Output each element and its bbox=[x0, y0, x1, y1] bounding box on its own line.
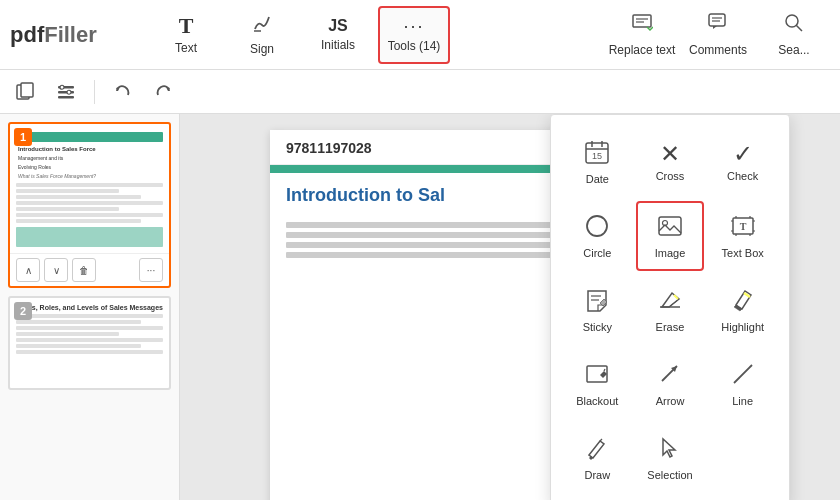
thumb-title-1: Introduction to Sales Force bbox=[16, 146, 163, 152]
selection-icon bbox=[657, 435, 683, 465]
tool-sign-label: Sign bbox=[250, 42, 274, 56]
tool-replace-text[interactable]: Replace text bbox=[606, 6, 678, 64]
logo-prefix: pdf bbox=[10, 22, 44, 47]
toolbar2-separator bbox=[94, 80, 95, 104]
menu-item-sticky-label: Sticky bbox=[583, 321, 612, 333]
svg-rect-4 bbox=[709, 14, 725, 26]
page-number-1: 1 bbox=[14, 128, 32, 146]
arrow-icon bbox=[657, 361, 683, 391]
menu-item-line[interactable]: Line bbox=[708, 349, 777, 419]
menu-item-image[interactable]: Image bbox=[636, 201, 705, 271]
page-thumb-2[interactable]: 2 Types, Roles, and Levels of Sales Mess… bbox=[8, 296, 171, 390]
thumb-down-button[interactable]: ∨ bbox=[44, 258, 68, 282]
thumb-question: What is Sales Force Management? bbox=[16, 173, 163, 179]
thumb-line-7 bbox=[16, 219, 141, 223]
menu-item-check[interactable]: ✓ Check bbox=[708, 127, 777, 197]
tool-sign[interactable]: Sign bbox=[226, 6, 298, 64]
menu-item-circle-label: Circle bbox=[583, 247, 611, 259]
undo-button[interactable] bbox=[107, 76, 139, 108]
cross-icon: ✕ bbox=[660, 142, 680, 166]
menu-item-highlight-label: Highlight bbox=[721, 321, 764, 333]
tool-initials-label: Initials bbox=[321, 38, 355, 52]
thumb-line-6 bbox=[16, 213, 163, 217]
thumb2-line-7 bbox=[16, 350, 163, 354]
thumb2-line-6 bbox=[16, 344, 141, 348]
highlight-icon bbox=[730, 287, 756, 317]
menu-item-draw[interactable]: Draw bbox=[563, 423, 632, 493]
thumb-up-button[interactable]: ∧ bbox=[16, 258, 40, 282]
thumb-actions-1: ∧ ∨ 🗑 ··· bbox=[10, 253, 169, 286]
redo-button[interactable] bbox=[147, 76, 179, 108]
thumb-line-2 bbox=[16, 189, 119, 193]
date-icon: 15 bbox=[584, 139, 610, 169]
svg-line-8 bbox=[796, 25, 802, 31]
menu-item-highlight[interactable]: Highlight bbox=[708, 275, 777, 345]
menu-item-draw-label: Draw bbox=[584, 469, 610, 481]
menu-item-date-label: Date bbox=[586, 173, 609, 185]
menu-item-textbox[interactable]: T Text Box bbox=[708, 201, 777, 271]
tool-tools[interactable]: ··· Tools (14) bbox=[378, 6, 450, 64]
svg-point-23 bbox=[587, 216, 607, 236]
menu-item-selection[interactable]: Selection bbox=[636, 423, 705, 493]
tool-comments-label: Comments bbox=[689, 43, 747, 57]
page-number-2: 2 bbox=[14, 302, 32, 320]
thumb-subtitle-2: Evolving Roles bbox=[16, 164, 163, 170]
text-icon: T bbox=[179, 15, 194, 37]
svg-line-44 bbox=[734, 365, 752, 383]
tool-text[interactable]: T Text bbox=[150, 6, 222, 64]
textbox-icon: T bbox=[730, 213, 756, 243]
sign-icon bbox=[251, 13, 273, 38]
menu-item-cross[interactable]: ✕ Cross bbox=[636, 127, 705, 197]
tool-replace-text-label: Replace text bbox=[609, 43, 676, 57]
settings-button[interactable] bbox=[50, 76, 82, 108]
secondary-toolbar bbox=[0, 70, 840, 114]
tool-search-label: Sea... bbox=[778, 43, 809, 57]
svg-point-15 bbox=[67, 90, 71, 94]
menu-item-erase[interactable]: Erase bbox=[636, 275, 705, 345]
svg-text:15: 15 bbox=[592, 151, 602, 161]
line-icon bbox=[730, 361, 756, 391]
circle-icon bbox=[584, 213, 610, 243]
draw-icon bbox=[584, 435, 610, 465]
menu-item-blackout[interactable]: Blackout bbox=[563, 349, 632, 419]
menu-item-arrow[interactable]: Arrow bbox=[636, 349, 705, 419]
thumb-content-1: Introduction to Sales Force Management a… bbox=[10, 124, 169, 253]
replace-text-icon bbox=[631, 12, 653, 39]
thumb-more-button[interactable]: ··· bbox=[139, 258, 163, 282]
tools-dropdown-menu: 15 Date ✕ Cross ✓ Check bbox=[550, 114, 790, 500]
check-icon: ✓ bbox=[733, 142, 753, 166]
pages-button[interactable] bbox=[10, 76, 42, 108]
tool-comments[interactable]: Comments bbox=[682, 6, 754, 64]
menu-item-line-label: Line bbox=[732, 395, 753, 407]
initials-icon: JS bbox=[328, 18, 348, 34]
menu-item-sticky[interactable]: Sticky bbox=[563, 275, 632, 345]
tool-initials[interactable]: JS Initials bbox=[302, 6, 374, 64]
comments-icon bbox=[707, 12, 729, 39]
page-thumb-1[interactable]: 1 Introduction to Sales Force Management… bbox=[8, 122, 171, 288]
svg-rect-13 bbox=[58, 96, 74, 99]
main-content: 1 Introduction to Sales Force Management… bbox=[0, 114, 840, 500]
pages-sidebar: 1 Introduction to Sales Force Management… bbox=[0, 114, 180, 500]
menu-item-cross-label: Cross bbox=[656, 170, 685, 182]
svg-rect-1 bbox=[633, 15, 651, 27]
thumb-content-2: Types, Roles, and Levels of Sales Messag… bbox=[10, 298, 169, 388]
thumb-line-5 bbox=[16, 207, 119, 211]
erase-icon bbox=[657, 287, 683, 317]
menu-item-circle[interactable]: Circle bbox=[563, 201, 632, 271]
menu-item-date[interactable]: 15 Date bbox=[563, 127, 632, 197]
search-icon bbox=[783, 12, 805, 39]
thumb-line-4 bbox=[16, 201, 163, 205]
tool-tools-label: Tools (14) bbox=[388, 39, 441, 53]
menu-item-check-label: Check bbox=[727, 170, 758, 182]
tool-search[interactable]: Sea... bbox=[758, 6, 830, 64]
thumb2-line-4 bbox=[16, 332, 119, 336]
right-toolbar-tools: Replace text Comments Sea... bbox=[606, 6, 830, 64]
svg-rect-24 bbox=[659, 217, 681, 235]
thumb-green-block bbox=[16, 227, 163, 247]
blackout-icon bbox=[584, 361, 610, 391]
toolbar-tools: T Text Sign JS Initials ··· Tools (14) bbox=[150, 6, 450, 64]
thumb2-line-3 bbox=[16, 326, 163, 330]
thumb-delete-button[interactable]: 🗑 bbox=[72, 258, 96, 282]
menu-item-erase-label: Erase bbox=[656, 321, 685, 333]
sticky-icon bbox=[584, 287, 610, 317]
